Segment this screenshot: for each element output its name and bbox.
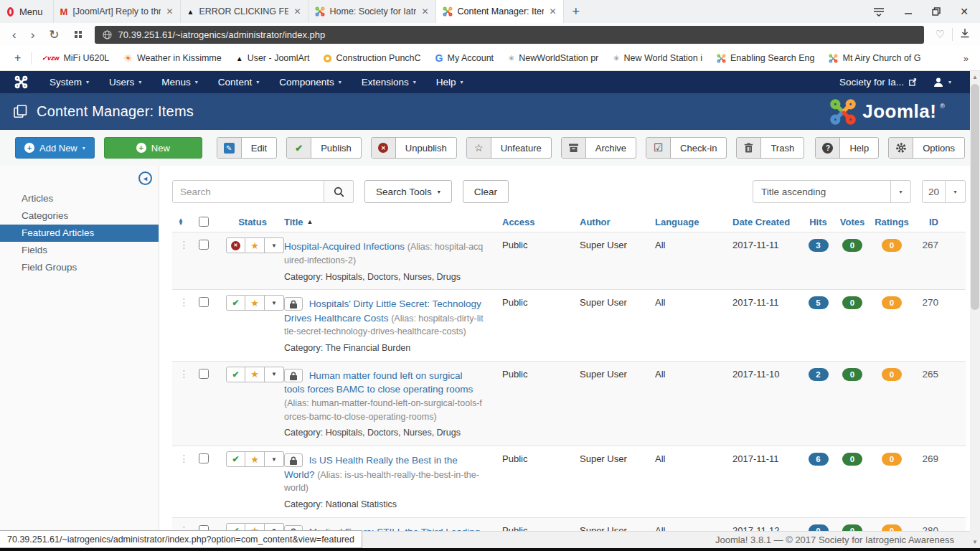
sort-select[interactable]: Title ascending ▾: [753, 180, 911, 203]
search-button[interactable]: [324, 180, 354, 203]
menu-menus[interactable]: Menus▾: [151, 77, 208, 88]
column-id[interactable]: ID: [913, 217, 946, 227]
clear-button[interactable]: Clear: [463, 180, 509, 203]
chevron-down-icon[interactable]: ▾: [945, 180, 966, 203]
menu-users[interactable]: Users▾: [99, 77, 151, 88]
column-date-created[interactable]: Date Created: [720, 217, 802, 227]
publish-status-button[interactable]: ✔: [226, 295, 245, 311]
browser-tab-gmail[interactable]: M [JoomlArt] Reply to thread ✕: [53, 0, 181, 23]
joomla-home-icon[interactable]: [14, 75, 28, 89]
column-author[interactable]: Author: [573, 217, 651, 227]
bookmark-joomlart-user[interactable]: ▲User - JoomlArt: [229, 53, 317, 63]
add-new-button[interactable]: + Add New ▾: [15, 137, 95, 159]
search-input[interactable]: [172, 180, 324, 203]
author-name[interactable]: Super User: [573, 237, 651, 250]
publish-status-button[interactable]: ✔: [226, 367, 245, 382]
restore-button[interactable]: [932, 7, 941, 16]
download-icon[interactable]: [960, 28, 970, 41]
ordering-sort-icon[interactable]: ▲▼: [172, 218, 196, 226]
sidebar-collapse-icon[interactable]: ◄: [138, 171, 152, 185]
column-ratings[interactable]: Ratings: [870, 217, 913, 227]
tab-close-icon[interactable]: ✕: [549, 6, 556, 17]
unpublish-button[interactable]: ✕ Unpublish: [371, 137, 457, 159]
browser-tab-home[interactable]: Home: Society for Iatroge ✕: [308, 0, 436, 23]
bookmark-construction[interactable]: Construction PunchC: [316, 53, 428, 63]
status-dropdown-button[interactable]: ▼: [265, 237, 284, 253]
tab-menu-icon[interactable]: [873, 7, 885, 17]
new-button[interactable]: + New: [104, 137, 202, 159]
drag-handle-icon[interactable]: ⋮: [172, 295, 196, 308]
browser-tab-error[interactable]: ▲ ERROR CLICKING FEATURE ✕: [181, 0, 308, 23]
search-tools-button[interactable]: Search Tools▾: [364, 180, 452, 203]
archive-button[interactable]: Archive: [561, 137, 636, 159]
unpublish-status-button[interactable]: ✕: [226, 237, 245, 253]
author-name[interactable]: Super User: [573, 523, 651, 531]
bookmark-my-account[interactable]: GMy Account: [428, 52, 501, 64]
trash-button[interactable]: Trash: [736, 137, 804, 159]
column-language[interactable]: Language: [651, 217, 720, 227]
row-checkbox[interactable]: [199, 297, 209, 307]
sidebar-item-featured-articles[interactable]: Featured Articles: [0, 225, 159, 242]
scrollbar-thumb[interactable]: [971, 84, 979, 310]
speed-dial-icon[interactable]: [75, 31, 77, 34]
status-dropdown-button[interactable]: ▼: [265, 367, 284, 382]
row-checkbox[interactable]: [199, 240, 209, 250]
new-tab-button[interactable]: +: [564, 0, 589, 23]
tab-close-icon[interactable]: ✕: [166, 6, 173, 17]
column-status[interactable]: Status: [221, 217, 284, 227]
bookmark-newworldstation-1[interactable]: ✳NewWorldStation pr: [501, 53, 606, 63]
forward-icon[interactable]: ›: [24, 29, 42, 41]
bookmark-mt-airy[interactable]: Mt Airy Church of G: [821, 53, 928, 63]
drag-handle-icon[interactable]: ⋮: [172, 237, 196, 250]
sidebar-item-articles[interactable]: Articles: [0, 190, 159, 207]
tab-close-icon[interactable]: ✕: [421, 6, 428, 17]
reload-icon[interactable]: ↻: [42, 29, 65, 41]
sidebar-item-field-groups[interactable]: Field Groups: [0, 259, 159, 276]
row-checkbox[interactable]: [199, 369, 209, 379]
scroll-down-icon[interactable]: ▼: [970, 537, 980, 547]
unfeature-button[interactable]: ☆ Unfeature: [466, 137, 552, 159]
back-icon[interactable]: ‹: [6, 29, 23, 41]
menu-extensions[interactable]: Extensions▾: [352, 77, 426, 88]
menu-components[interactable]: Components▾: [269, 77, 352, 88]
column-votes[interactable]: Votes: [834, 217, 870, 227]
user-menu[interactable]: ▾: [933, 77, 970, 88]
chevron-down-icon[interactable]: ▾: [890, 180, 911, 203]
checked-out-lock-button[interactable]: [284, 369, 303, 382]
opera-menu-button[interactable]: Menu: [0, 0, 53, 23]
menu-system[interactable]: System▾: [39, 77, 99, 88]
bookmark-enabling-search[interactable]: Enabling Search Eng: [710, 53, 821, 63]
bookmark-newworldstation-2[interactable]: ✳New World Station i: [606, 53, 710, 63]
author-name[interactable]: Super User: [573, 295, 651, 308]
tab-close-icon[interactable]: ✕: [293, 6, 301, 17]
vertical-scrollbar[interactable]: ▲ ▼: [970, 71, 980, 548]
featured-star-button[interactable]: ★: [245, 295, 265, 311]
column-title[interactable]: Title▲: [284, 217, 494, 227]
bookmark-mifi[interactable]: ✓vzwMiFi U620L: [34, 53, 116, 63]
featured-star-button[interactable]: ★: [245, 451, 265, 467]
limit-select[interactable]: 20 ▾: [922, 180, 966, 203]
column-access[interactable]: Access: [494, 217, 573, 227]
drag-handle-icon[interactable]: ⋮: [172, 451, 196, 464]
article-title-link[interactable]: Human matter found left on surgical tool…: [284, 370, 473, 395]
menu-help[interactable]: Help▾: [426, 77, 473, 88]
bookmarks-overflow-chevron[interactable]: »: [963, 53, 973, 64]
options-button[interactable]: Options: [888, 137, 965, 159]
close-button[interactable]: ✕: [960, 6, 969, 17]
author-name[interactable]: Super User: [573, 367, 651, 380]
row-checkbox[interactable]: [199, 453, 209, 463]
bookmark-heart-icon[interactable]: ♡: [936, 28, 945, 41]
article-title-link[interactable]: Hospital-Acquired Infections: [284, 241, 405, 252]
view-site-link[interactable]: Society for Ia...: [839, 77, 917, 88]
publish-status-button[interactable]: ✔: [226, 451, 245, 467]
publish-button[interactable]: ✔ Publish: [286, 137, 362, 159]
edit-button[interactable]: ✎ Edit: [217, 137, 277, 159]
checked-out-lock-button[interactable]: [284, 297, 303, 311]
sidebar-item-fields[interactable]: Fields: [0, 242, 159, 259]
minimize-button[interactable]: [904, 7, 913, 16]
url-field[interactable]: 70.39.251.61/~iatrogenics/administrator/…: [95, 26, 924, 44]
menu-content[interactable]: Content▾: [208, 77, 269, 88]
browser-tab-content-manager[interactable]: Content Manager: Items - ✕: [436, 0, 564, 23]
sidebar-item-categories[interactable]: Categories: [0, 207, 159, 225]
add-bookmark-button[interactable]: +: [7, 52, 28, 65]
